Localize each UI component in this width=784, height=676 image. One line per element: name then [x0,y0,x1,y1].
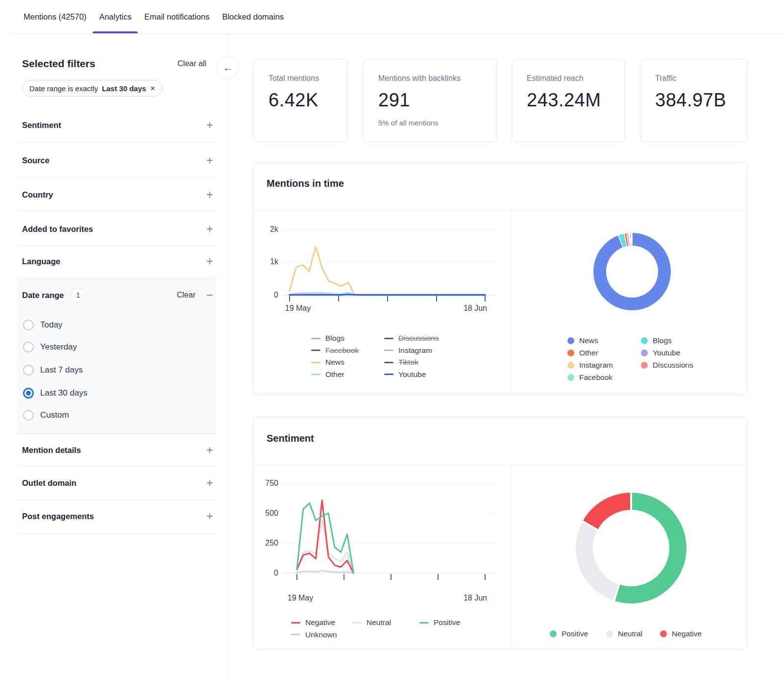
x-label-end: 18 Jun [458,594,492,602]
legend-item-other[interactable]: Other [311,369,384,381]
legend-item-youtube: Youtube [641,347,693,359]
stat-label: Total mentions [269,74,347,83]
filters-sidebar: Selected filters Clear all Date range is… [17,33,217,676]
legend-label: Facebook [579,373,612,382]
radio-option-today[interactable]: Today [23,318,62,332]
card-vertical-divider [512,210,512,395]
sources-donut-legend: NewsOtherInstagramFacebookBlogsYoutubeDi… [567,335,693,384]
legend-swatch [384,338,393,339]
y-tick-label: 250 [256,538,278,548]
radio-selected[interactable] [23,388,34,399]
legend-item-neutral[interactable]: Neutral [352,617,419,629]
stat-subtext: 5% of all mentions [378,119,496,127]
radio-option-yesterday[interactable]: Yesterday [23,340,77,354]
legend-item-discussions: Discussions [641,359,693,372]
legend-swatch [291,622,300,624]
legend-label: Negative [305,618,335,627]
legend-label: News [579,336,598,345]
date-range-filter-chip[interactable]: Date range is exactly Last 30 days ✕ [22,80,163,97]
sidebar-section-mention-details[interactable]: Mention details+ [22,440,213,460]
card-divider [254,210,747,210]
stat-label: Traffic [655,74,747,83]
series-line-youtube [290,295,485,295]
sentiment-chart-legend: NegativeNeutralPositiveUnknown [291,617,460,641]
legend-item-news[interactable]: News [311,356,384,369]
section-divider [17,246,217,247]
legend-label: Blogs [325,334,344,343]
section-title: Outlet domain [22,478,76,488]
sidebar-section-outlet-domain[interactable]: Outlet domain+ [22,473,213,493]
legend-item-instagram[interactable]: Instagram [384,345,439,357]
legend-swatch [660,630,667,637]
stat-card-total-mentions: Total mentions6.42K [253,59,348,142]
legend-item-positive[interactable]: Positive [419,617,460,629]
y-tick-label: 2k [256,225,278,234]
stat-label: Estimated reach [527,74,625,83]
chip-close-icon[interactable]: ✕ [150,85,155,92]
radio-unselected[interactable] [23,342,34,352]
legend-item-negative: Negative [660,628,702,640]
date-range-clear-button[interactable]: Clear [177,291,196,300]
radio-option-custom[interactable]: Custom [23,408,69,423]
radio-option-last-30-days[interactable]: Last 30 days [23,386,87,401]
legend-item-tiktok[interactable]: Tiktok [384,356,439,369]
sentiment-card: Sentiment 0250500750 19 May 18 Jun Negat… [253,417,748,650]
collapse-minus-icon[interactable]: − [206,289,213,301]
sidebar-section-source[interactable]: Source+ [22,150,213,170]
legend-swatch [641,350,648,356]
legend-item-other: Other [567,347,641,359]
section-title: Language [22,257,60,266]
plus-icon[interactable]: + [206,510,213,522]
series-line-news [290,247,355,296]
sentiment-donut-legend: PositiveNeutralNegative [550,628,702,640]
legend-item-youtube[interactable]: Youtube [384,369,439,381]
date-range-header[interactable]: Date range 1 Clear − [22,287,213,303]
filter-chip-value: Last 30 days [102,84,146,93]
plus-icon[interactable]: + [206,119,213,131]
legend-item-unknown[interactable]: Unknown [291,629,352,641]
sidebar-section-language[interactable]: Language+ [22,251,213,271]
tab-email-notifications[interactable]: Email notifications [138,0,216,33]
stat-value: 384.97B [655,90,747,111]
legend-label: Discussions [398,334,439,343]
sentiment-title: Sentiment [267,433,314,444]
sidebar-section-country[interactable]: Country+ [22,185,213,204]
legend-label: Youtube [653,349,680,357]
legend-item-news: News [567,335,641,347]
plus-icon[interactable]: + [206,189,213,200]
y-tick-label: 1k [256,257,278,267]
sidebar-section-sentiment[interactable]: Sentiment+ [22,115,213,135]
tab-mentions-42570-[interactable]: Mentions (42570) [17,0,93,33]
legend-item-discussions[interactable]: Discussions [384,332,439,345]
radio-label: Custom [40,410,69,420]
plus-icon[interactable]: + [206,444,213,456]
tab-blocked-domains[interactable]: Blocked domains [216,0,290,33]
legend-item-facebook[interactable]: Facebook [311,345,384,357]
plus-icon[interactable]: + [206,477,213,489]
plus-icon[interactable]: + [206,255,213,267]
legend-item-negative[interactable]: Negative [291,617,352,629]
clear-all-button[interactable]: Clear all [177,59,206,68]
radio-label: Last 30 days [40,388,87,398]
date-range-panel: Date range 1 Clear − TodayYesterdayLast … [17,278,217,433]
radio-unselected[interactable] [23,410,34,421]
radio-option-last-7-days[interactable]: Last 7 days [23,363,83,377]
section-title: Added to favorites [22,225,93,234]
plus-icon[interactable]: + [206,154,213,166]
sidebar-section-added-to-favorites[interactable]: Added to favorites+ [22,219,213,239]
date-range-title: Date range [22,291,64,300]
radio-unselected[interactable] [23,365,34,376]
section-divider [17,466,217,466]
section-divider [17,278,217,278]
radio-unselected[interactable] [23,320,34,330]
sidebar-section-post-engagements[interactable]: Post engagements+ [22,506,213,526]
legend-swatch [384,362,393,363]
tab-analytics[interactable]: Analytics [93,0,138,33]
section-divider [17,500,217,501]
collapse-sidebar-button[interactable]: ← [217,57,239,78]
legend-item-blogs[interactable]: Blogs [311,332,384,345]
plus-icon[interactable]: + [206,223,213,235]
legend-item-positive: Positive [550,628,606,640]
y-tick-label: 0 [256,568,278,578]
stat-label: Mentions with backlinks [378,74,496,83]
